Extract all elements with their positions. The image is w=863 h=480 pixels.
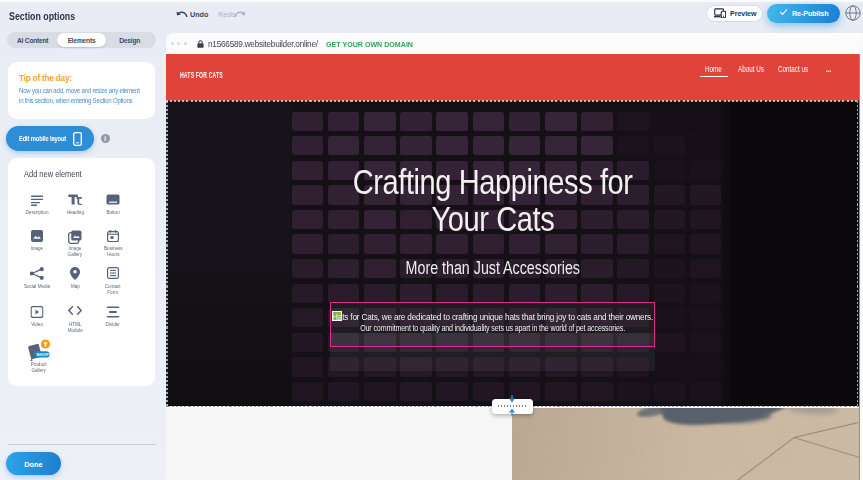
svg-text:SHOP: SHOP — [36, 352, 49, 357]
